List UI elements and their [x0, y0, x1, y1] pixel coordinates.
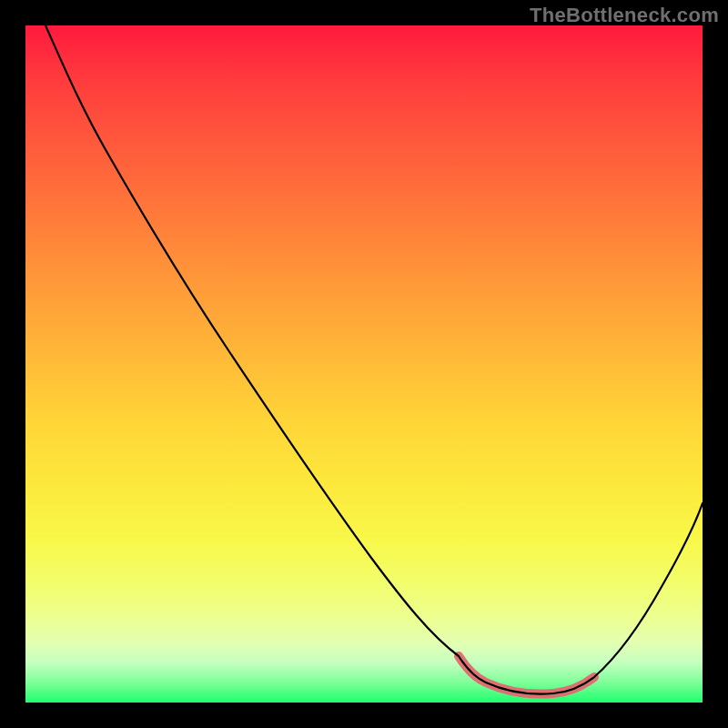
chart-svg — [25, 25, 703, 703]
plot-area — [25, 25, 703, 703]
watermark-text: TheBottleneck.com — [530, 4, 719, 27]
chart-frame: TheBottleneck.com — [0, 0, 728, 728]
bottleneck-curve — [46, 25, 703, 694]
